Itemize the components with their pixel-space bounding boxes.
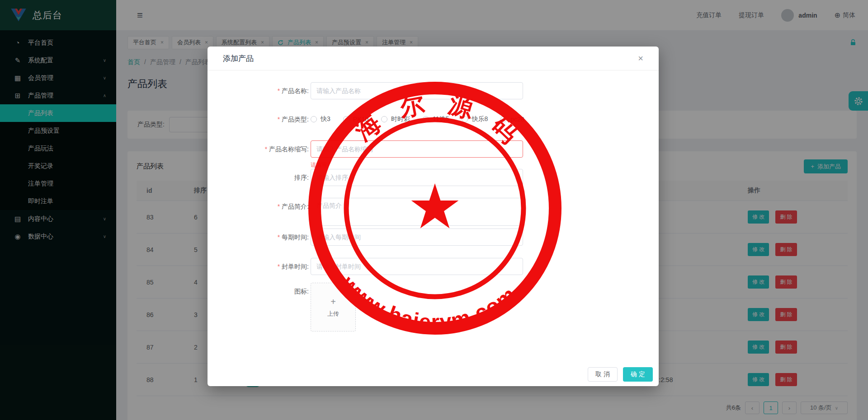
plus-icon: + <box>330 297 336 307</box>
required-asterisk: * <box>278 116 280 123</box>
field-label: *封单时间: <box>208 258 309 275</box>
required-asterisk: * <box>278 233 280 241</box>
modal-header: 添加产品 × <box>208 47 659 70</box>
form-row-product-type: *产品类型: 快3 PK10 时时彩 11选5 快乐8 pc28 <box>208 111 659 128</box>
radio-icon <box>462 116 468 122</box>
form-row-period-time: *每期时间: <box>208 229 659 246</box>
period-time-input[interactable] <box>311 229 523 246</box>
radio-option-ssc[interactable]: 时时彩 <box>381 115 410 123</box>
radio-icon <box>311 116 317 122</box>
required-asterisk: * <box>278 203 280 210</box>
icon-upload-button[interactable]: + 上传 <box>311 283 356 331</box>
form-row-product-intro: *产品简介: <box>208 198 659 228</box>
field-label: *产品简介: <box>208 198 309 215</box>
close-icon[interactable]: × <box>638 53 643 64</box>
field-label: *产品名称: <box>208 82 309 99</box>
radio-icon <box>381 116 387 122</box>
add-product-modal: 添加产品 × *产品名称: *产品类型: 快3 PK10 时时彩 11选5 快乐… <box>208 47 659 386</box>
app-viewport: 总后台 ◔ 平台首页 ✎ 系统配置 ∨ ▦ 会员管理 ∨ ⊞ 产品管理 ∧ <box>0 0 868 420</box>
radio-option-pc28[interactable]: pc28 <box>500 116 524 123</box>
field-label: 图标: <box>208 283 309 300</box>
close-time-input[interactable] <box>311 258 523 275</box>
confirm-button[interactable]: 确 定 <box>623 367 653 382</box>
required-asterisk: * <box>265 145 267 153</box>
field-label: 排序: <box>208 169 309 186</box>
product-type-radio-group: 快3 PK10 时时彩 11选5 快乐8 pc28 <box>311 111 524 128</box>
required-asterisk: * <box>278 87 280 94</box>
radio-option-k3[interactable]: 快3 <box>311 115 330 123</box>
required-asterisk: * <box>278 263 280 270</box>
radio-icon <box>343 116 349 122</box>
product-intro-textarea[interactable] <box>311 198 523 226</box>
form-row-sort: 排序: <box>208 169 659 186</box>
form-row-product-name: *产品名称: <box>208 82 659 99</box>
form-row-product-abbr: *产品名称缩写: <box>208 140 659 158</box>
form-row-close-time: *封单时间: <box>208 258 659 275</box>
product-abbr-input[interactable] <box>311 140 523 158</box>
field-label: *产品名称缩写: <box>208 140 309 158</box>
cancel-button[interactable]: 取 消 <box>588 367 618 382</box>
radio-option-pk10[interactable]: PK10 <box>343 116 368 123</box>
upload-label: 上传 <box>327 310 339 318</box>
field-label: *产品类型: <box>208 111 309 128</box>
field-label: *每期时间: <box>208 229 309 246</box>
radio-icon <box>500 116 507 122</box>
modal-footer: 取 消 确 定 <box>588 367 653 382</box>
modal-title: 添加产品 <box>223 53 254 64</box>
modal-body: *产品名称: *产品类型: 快3 PK10 时时彩 11选5 快乐8 pc28 … <box>208 70 659 359</box>
radio-option-11x5[interactable]: 11选5 <box>423 115 449 123</box>
radio-icon <box>423 116 429 122</box>
form-row-icon-upload: 图标: + 上传 <box>208 283 659 331</box>
product-name-input[interactable] <box>311 82 523 99</box>
radio-option-kl8[interactable]: 快乐8 <box>462 115 488 123</box>
field-error-message: 请填写 <box>311 161 327 169</box>
sort-input[interactable] <box>311 169 523 186</box>
